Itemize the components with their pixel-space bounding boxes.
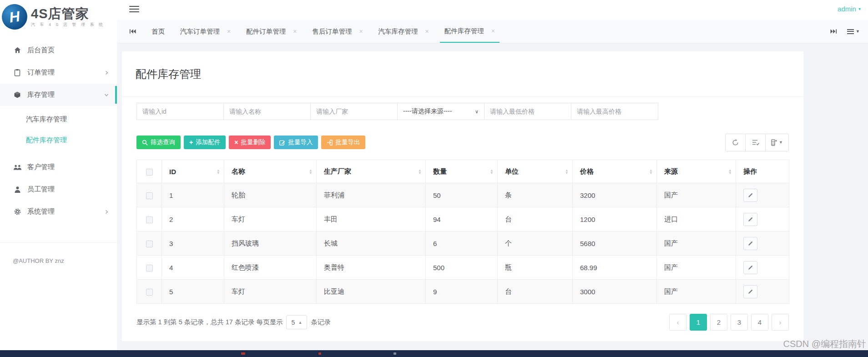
sort-icon: ▴▾ — [490, 169, 493, 174]
page-button[interactable]: 2 — [710, 314, 727, 331]
row-checkbox[interactable] — [146, 192, 153, 199]
pagination-info-text: 显示第 1 到第 5 条记录，总共 17 条记录 每页显示 — [136, 318, 283, 327]
user-icon — [13, 186, 22, 193]
sidebar-item-orders[interactable]: 订单管理 — [0, 61, 117, 84]
tab-aftersales-orders[interactable]: 售后订单管理 × — [308, 20, 367, 43]
refresh-button[interactable] — [725, 134, 746, 151]
chevron-right-icon — [105, 210, 109, 214]
sidebar-item-dashboard[interactable]: 后台首页 — [0, 39, 117, 61]
row-checkbox[interactable] — [146, 265, 153, 272]
tabs-options-icon[interactable]: ▼ — [847, 28, 860, 35]
cell-unit: 条 — [498, 183, 573, 207]
caret-up-icon: ▲ — [298, 320, 302, 325]
tab-parts-inventory[interactable]: 配件库存管理 × — [440, 20, 500, 43]
batch-export-button[interactable]: 批量导出 — [321, 136, 365, 149]
sidebar-item-employees[interactable]: 员工管理 — [0, 178, 117, 201]
tab-bar: 首页 汽车订单管理 × 配件订单管理 × 售后订单管理 × 汽车库存管理 × 配… — [117, 20, 868, 43]
tab-label: 首页 — [151, 27, 165, 36]
tabs-scroll-left-icon[interactable] — [129, 29, 136, 34]
sidebar-menu: 后台首页 订单管理 库存管理 — [0, 39, 117, 223]
batch-import-button[interactable]: 批量导入 — [274, 136, 318, 149]
sidebar-item-inventory[interactable]: 库存管理 — [0, 84, 117, 106]
columns-button[interactable]: ▼ — [765, 134, 789, 151]
filter-source-select[interactable]: ----请选择来源---- ∨ — [397, 103, 484, 120]
pagination-info-suffix: 条记录 — [311, 318, 331, 327]
close-icon[interactable]: × — [227, 28, 231, 35]
chevron-down-icon — [104, 93, 109, 97]
content-panel: 配件库存管理 ----请选择来源---- ∨ — [122, 51, 803, 341]
cell-source: 进口 — [657, 207, 736, 231]
tab-car-orders[interactable]: 汽车订单管理 × — [176, 20, 235, 43]
batch-delete-button[interactable]: × 批量删除 — [229, 136, 271, 149]
edit-button[interactable] — [743, 213, 757, 226]
edit-button[interactable] — [743, 237, 757, 250]
page-size-select[interactable]: 5 ▲ — [286, 315, 307, 329]
column-label: 操作 — [743, 167, 757, 175]
cell-quantity: 6 — [426, 231, 498, 256]
edit-button[interactable] — [743, 261, 757, 274]
cube-icon — [13, 91, 22, 99]
pagination: 显示第 1 到第 5 条记录，总共 17 条记录 每页显示 5 ▲ 条记录 ‹ … — [136, 314, 789, 331]
cell-price: 68.99 — [573, 256, 657, 280]
add-part-button[interactable]: + 添加配件 — [184, 136, 226, 149]
column-header-id[interactable]: ID▴▾ — [162, 160, 224, 183]
tab-home[interactable]: 首页 — [147, 20, 169, 43]
column-header-name[interactable]: 名称▴▾ — [224, 160, 317, 183]
cell-source: 国产 — [657, 280, 736, 304]
prev-page-button[interactable]: ‹ — [669, 314, 686, 331]
row-checkbox[interactable] — [146, 289, 153, 296]
parts-table: ID▴▾ 名称▴▾ 生产厂家▴▾ 数量▴▾ 单位▴▾ 价格▴▾ 来源▴▾ 操作 … — [136, 160, 789, 304]
edit-button[interactable] — [743, 189, 757, 202]
close-icon[interactable]: × — [425, 28, 429, 35]
sort-icon: ▴▾ — [419, 169, 421, 174]
sidebar-item-system[interactable]: 系统管理 — [0, 201, 117, 223]
next-page-button[interactable]: › — [772, 314, 789, 331]
toggle-view-button[interactable] — [745, 134, 766, 151]
column-header-unit[interactable]: 单位▴▾ — [498, 160, 573, 183]
edit-button[interactable] — [743, 285, 757, 298]
filter-max-price-input[interactable] — [571, 103, 658, 120]
table-row: 2 车灯 丰田 94 台 1200 进口 — [137, 207, 789, 231]
tab-label: 配件订单管理 — [246, 27, 286, 36]
cell-source: 国产 — [657, 183, 736, 207]
filter-min-price-input[interactable] — [484, 103, 571, 120]
close-icon[interactable]: × — [293, 28, 297, 35]
sidebar-toggle-icon[interactable] — [129, 6, 139, 14]
sidebar-subitem-car-inventory[interactable]: 汽车库存管理 — [0, 109, 117, 130]
row-checkbox[interactable] — [146, 216, 153, 223]
cell-price: 3000 — [573, 280, 657, 304]
chevron-right-icon — [105, 70, 109, 75]
tab-parts-orders[interactable]: 配件订单管理 × — [242, 20, 301, 43]
filter-query-button[interactable]: 筛选查询 — [136, 136, 181, 149]
page-button[interactable]: 1 — [690, 314, 707, 331]
tab-car-inventory[interactable]: 汽车库存管理 × — [374, 20, 434, 43]
row-checkbox[interactable] — [146, 241, 153, 247]
cell-id: 1 — [162, 183, 224, 207]
sidebar-item-customers[interactable]: 客户管理 — [0, 156, 117, 178]
user-menu[interactable]: admin ▾ — [838, 5, 861, 13]
select-all-checkbox[interactable] — [146, 169, 153, 176]
cell-source: 国产 — [657, 231, 736, 256]
cell-unit: 台 — [498, 280, 573, 304]
sort-icon: ▴▾ — [729, 169, 731, 174]
column-label: 单位 — [505, 167, 519, 175]
csdn-watermark: CSDN @编程指南针 — [783, 338, 866, 350]
column-header-quantity[interactable]: 数量▴▾ — [426, 160, 498, 183]
column-header-price[interactable]: 价格▴▾ — [573, 160, 657, 183]
cell-name: 挡风玻璃 — [224, 231, 317, 256]
brand-subtitle: 汽 车 4 S 店 管 理 系 统 — [31, 22, 105, 28]
column-header-source[interactable]: 来源▴▾ — [657, 160, 736, 183]
close-icon[interactable]: × — [491, 27, 495, 35]
close-icon[interactable]: × — [359, 28, 363, 35]
column-header-factory[interactable]: 生产厂家▴▾ — [317, 160, 426, 183]
tab-label: 汽车库存管理 — [378, 27, 418, 36]
page-button[interactable]: 4 — [751, 314, 768, 331]
caret-down-icon: ▼ — [779, 140, 783, 145]
filter-factory-input[interactable] — [310, 103, 398, 120]
filter-id-input[interactable] — [136, 103, 224, 120]
tab-label: 售后订单管理 — [312, 27, 352, 36]
filter-name-input[interactable] — [223, 103, 311, 120]
page-button[interactable]: 3 — [731, 314, 748, 331]
tabs-scroll-right-icon[interactable] — [830, 29, 837, 34]
sidebar-subitem-parts-inventory[interactable]: 配件库存管理 — [0, 130, 117, 151]
